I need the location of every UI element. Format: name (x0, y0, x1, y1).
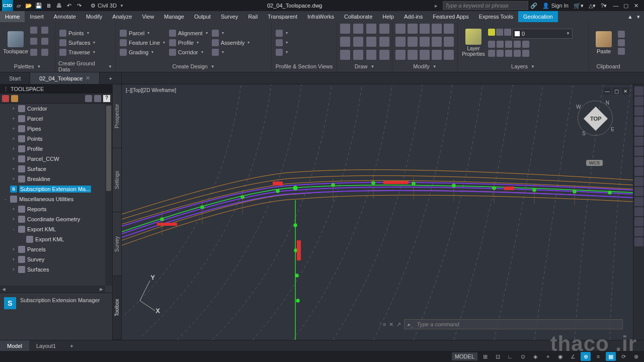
modify-tool-4[interactable] (444, 24, 454, 34)
nav-tool-10[interactable] (634, 187, 643, 196)
status-ortho[interactable]: ∟ (505, 352, 515, 361)
modify-tool-8[interactable] (432, 37, 442, 47)
design-alignment[interactable]: Alignment▾ (168, 29, 209, 37)
status-grid[interactable]: ⊞ (480, 352, 490, 361)
doc-tab-start[interactable]: Start (0, 72, 30, 84)
cmd-recent-icon[interactable]: ↗ (396, 321, 401, 328)
layout-tab-layout1[interactable]: Layout1 (29, 340, 63, 351)
tree-item-surfaces[interactable]: +Surfaces (0, 264, 105, 275)
draw-tool-5[interactable] (353, 37, 363, 47)
menu-tab-home[interactable]: Home (0, 11, 25, 22)
doc-tab-02_04_toolspace[interactable]: 02_04_Toolspace ✕ (30, 72, 100, 84)
tree-item-pipes[interactable]: +Pipes (0, 124, 105, 134)
modify-tool-14[interactable] (444, 50, 454, 60)
status-model[interactable]: MODEL (452, 352, 477, 360)
tree-vscroll[interactable] (105, 104, 112, 286)
nav-tool-15[interactable] (634, 237, 643, 246)
palette-btn-1[interactable] (30, 27, 37, 34)
open-icon[interactable]: 📂 (25, 2, 32, 9)
layer-tool-5[interactable] (522, 41, 529, 48)
nav-tool-3[interactable] (634, 117, 643, 126)
ts-tool-1[interactable] (2, 95, 9, 102)
status-3dosnap[interactable]: ◉ (555, 352, 566, 361)
design-icon-2[interactable]: ▾ (211, 48, 251, 56)
menu-tab-view[interactable]: View (137, 11, 159, 22)
psv-btn-3[interactable]: ▾ (275, 48, 289, 56)
tree-item-parcels[interactable]: +Parcels (0, 244, 105, 254)
palette-btn-4[interactable] (41, 38, 48, 45)
tree-item-miscellaneous-utilities[interactable]: -Miscellaneous Utilities (0, 194, 105, 204)
modify-tool-1[interactable] (408, 24, 418, 34)
nav-tool-5[interactable] (634, 137, 643, 146)
tree-item-coordinate-geometry[interactable]: +Coordinate Geometry (0, 214, 105, 224)
new-icon[interactable]: ▱ (15, 2, 22, 9)
modify-tool-0[interactable] (395, 24, 406, 34)
tree-item-parcel[interactable]: +Parcel (0, 114, 105, 124)
draw-tool-0[interactable] (340, 24, 350, 34)
draw-tool-6[interactable] (366, 37, 376, 47)
ground-points[interactable]: Points▾ (58, 29, 96, 37)
workspace-selector[interactable]: ⚙ Civil 3D ▼ (89, 3, 126, 9)
menu-tab-transparent[interactable]: Transparent (263, 11, 302, 22)
menu-tab-geolocation[interactable]: Geolocation (518, 11, 558, 22)
copy-button[interactable] (618, 31, 625, 38)
modify-tool-6[interactable] (408, 37, 418, 47)
layer-tool-4[interactable] (514, 41, 521, 48)
draw-tool-9[interactable] (353, 50, 363, 60)
save-icon[interactable]: 💾 (35, 2, 42, 9)
draw-tool-7[interactable] (379, 37, 389, 47)
status-lwt[interactable]: ≡ (593, 352, 603, 361)
nav-tool-6[interactable] (634, 147, 643, 156)
nav-tool-1[interactable] (634, 97, 643, 106)
modify-tool-2[interactable] (420, 24, 430, 34)
toolspace-tab-prospector[interactable]: Prospector (113, 84, 121, 148)
modify-tool-5[interactable] (395, 37, 406, 47)
layer-tool-6[interactable] (488, 50, 495, 57)
wcs-badge[interactable]: WCS (586, 160, 603, 166)
ts-tool-3[interactable] (85, 95, 92, 102)
signin-button[interactable]: 👤 Sign In (542, 3, 569, 9)
menu-tab-annotate[interactable]: Annotate (49, 11, 81, 22)
draw-tool-3[interactable] (379, 24, 389, 34)
layer-properties-button[interactable]: Layer Properties (461, 29, 486, 57)
undo-icon[interactable]: ↶ (65, 2, 72, 9)
palette-btn-3[interactable] (30, 38, 37, 45)
minimize-button[interactable]: — (612, 2, 620, 10)
doc-tab-new[interactable]: + (100, 72, 121, 84)
ground-surfaces[interactable]: Surfaces▾ (58, 39, 96, 47)
psv-btn-1[interactable]: ▾ (275, 29, 289, 37)
ts-tool-2[interactable] (11, 95, 18, 102)
status-cycling[interactable]: ⟳ (618, 352, 628, 361)
modify-tool-11[interactable] (408, 50, 418, 60)
design-icon-0[interactable]: ▾ (211, 29, 251, 37)
viewport-label[interactable]: [–][Top][2D Wireframe] (126, 87, 176, 93)
nav-tool-14[interactable] (634, 227, 643, 236)
app-icon[interactable]: C3D (2, 0, 13, 11)
status-annomon[interactable]: ⊗ (631, 352, 641, 361)
palette-btn-2[interactable] (41, 27, 48, 34)
layer-combo[interactable]: 0▼ (512, 29, 573, 39)
tree-item-parcel-ccw[interactable]: +Parcel_CCW (0, 154, 105, 164)
toolspace-button[interactable]: Toolspace (3, 31, 28, 54)
ground-traverse[interactable]: Traverse▾ (58, 48, 96, 56)
menu-tab-modify[interactable]: Modify (81, 11, 107, 22)
help-icon[interactable]: ?▾ (601, 3, 607, 9)
plot-icon[interactable]: 🖶 (55, 2, 62, 9)
status-osnap[interactable]: ⌖ (543, 352, 553, 361)
tree-item-export-kml[interactable]: Export KML (0, 234, 105, 244)
layer-tool-7[interactable] (497, 50, 504, 57)
draw-tool-4[interactable] (340, 37, 350, 47)
ts-tool-4[interactable] (94, 95, 101, 102)
layer-sun-icon[interactable] (488, 29, 495, 36)
tree-item-breakline[interactable]: +Breakline (0, 174, 105, 184)
layout-tab-model[interactable]: Model (0, 340, 29, 351)
nav-tool-13[interactable] (634, 217, 643, 226)
menu-tab-help[interactable]: Help (377, 11, 399, 22)
draw-tool-8[interactable] (340, 50, 350, 60)
tree-item-profile[interactable]: +Profile (0, 144, 105, 154)
design-parcel[interactable]: Parcel▾ (119, 29, 166, 37)
toolspace-tab-survey[interactable]: Survey (113, 212, 121, 276)
menu-tab-featured-apps[interactable]: Featured Apps (428, 11, 474, 22)
vp-maximize[interactable]: ▢ (613, 87, 620, 95)
menu-tab-insert[interactable]: Insert (25, 11, 49, 22)
